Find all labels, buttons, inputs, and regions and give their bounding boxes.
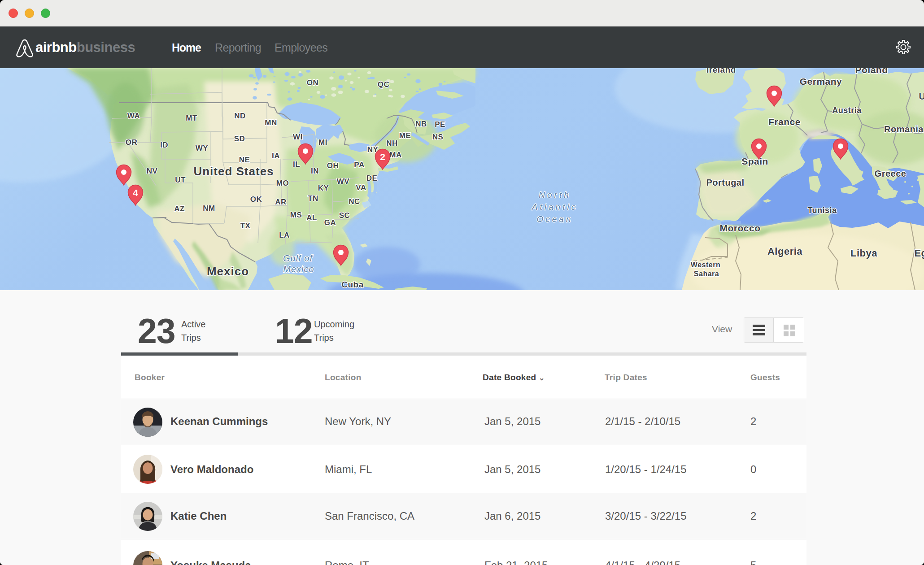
svg-text:NE: NE [239,156,250,164]
svg-text:Libya: Libya [850,248,877,259]
svg-text:TX: TX [240,222,251,230]
svg-text:Germany: Germany [800,76,842,87]
svg-text:NH: NH [386,139,398,148]
svg-text:NC: NC [349,197,360,206]
svg-text:AZ: AZ [174,204,185,213]
svg-text:IN: IN [311,167,319,175]
svg-text:Portugal: Portugal [706,178,744,187]
svg-text:ID: ID [160,141,168,149]
svg-text:LA: LA [279,231,290,239]
svg-text:ON: ON [307,78,319,87]
svg-text:MI: MI [318,138,327,147]
svg-text:AR: AR [275,198,287,206]
svg-text:NS: NS [432,133,444,141]
svg-text:ME: ME [399,131,411,140]
svg-text:SD: SD [234,135,245,143]
svg-text:OH: OH [327,161,339,170]
svg-text:2: 2 [380,152,385,162]
svg-text:Mexico: Mexico [283,264,314,274]
svg-text:NM: NM [203,204,215,213]
svg-text:Sahara: Sahara [694,270,719,278]
svg-text:Austria: Austria [832,106,862,115]
svg-text:France: France [768,117,801,127]
svg-text:MO: MO [276,179,289,187]
svg-text:Atlantic: Atlantic [532,202,578,212]
svg-text:Eg: Eg [914,248,924,259]
svg-text:MT: MT [186,114,197,122]
svg-text:Algeria: Algeria [767,246,802,257]
svg-text:Cuba: Cuba [341,280,364,289]
svg-text:Ocean: Ocean [537,214,573,224]
svg-text:VA: VA [356,183,366,192]
svg-text:NB: NB [415,120,427,128]
svg-text:TN: TN [308,194,318,203]
svg-text:WI: WI [293,133,303,141]
svg-text:Morocco: Morocco [719,223,760,233]
svg-text:Spain: Spain [741,156,768,166]
svg-text:Western: Western [691,261,720,269]
svg-text:Tunisia: Tunisia [807,206,837,215]
svg-text:GA: GA [324,218,336,227]
svg-text:QC: QC [378,80,390,89]
svg-text:UT: UT [175,176,186,184]
svg-text:IA: IA [272,152,280,160]
svg-text:ND: ND [234,112,246,120]
svg-text:4: 4 [133,187,138,198]
svg-text:PE: PE [435,120,445,129]
svg-text:PA: PA [354,161,364,169]
svg-text:U: U [919,91,924,101]
svg-text:Mexico: Mexico [207,265,249,278]
svg-text:DE: DE [366,174,378,183]
svg-text:Gulf of: Gulf of [283,253,313,263]
svg-text:Greece: Greece [875,169,907,178]
svg-text:WY: WY [196,144,209,152]
svg-text:Poland: Poland [855,68,888,75]
svg-text:MN: MN [265,118,277,127]
svg-text:Romania: Romania [884,124,924,134]
svg-text:OK: OK [250,195,262,204]
svg-text:IL: IL [293,160,300,169]
svg-text:OR: OR [126,138,138,147]
svg-text:MA: MA [389,151,401,159]
svg-text:United States: United States [193,165,274,178]
svg-text:WA: WA [127,112,140,120]
svg-text:AL: AL [306,213,317,222]
svg-text:SC: SC [339,211,350,220]
svg-text:North: North [539,190,571,200]
svg-text:NV: NV [147,167,158,175]
svg-text:MS: MS [290,211,302,219]
svg-text:WV: WV [337,177,350,186]
svg-text:KY: KY [318,184,329,192]
svg-text:Ireland: Ireland [706,68,736,74]
